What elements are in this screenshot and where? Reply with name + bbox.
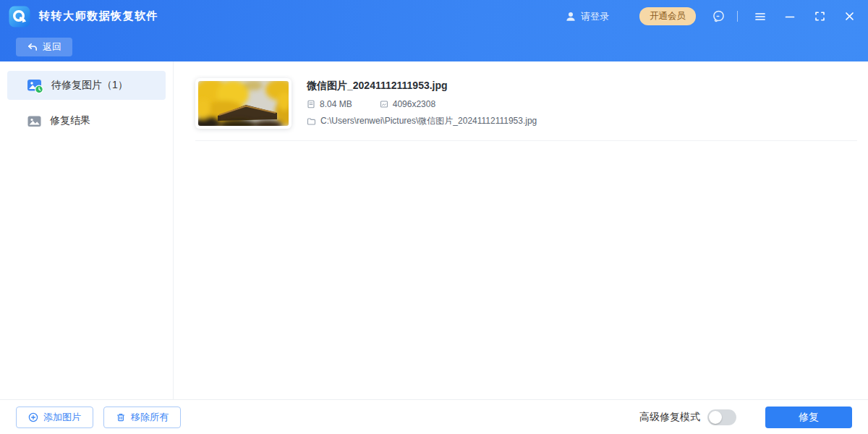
close-icon <box>843 10 856 22</box>
back-button[interactable]: 返回 <box>16 38 72 56</box>
maximize-button[interactable] <box>812 9 827 24</box>
menu-icon <box>754 10 767 23</box>
close-button[interactable] <box>842 9 856 24</box>
file-thumbnail <box>195 78 292 129</box>
sidebar-item-pending-images[interactable]: 待修复图片（1） <box>7 71 166 100</box>
maximize-icon <box>814 10 826 22</box>
folder-icon <box>307 117 316 126</box>
titlebar: 转转大师数据恢复软件 请登录 开通会员 <box>0 0 868 33</box>
subbar: 返回 <box>0 33 868 61</box>
toggle-knob <box>709 411 722 424</box>
remove-all-button[interactable]: 移除所有 <box>103 407 181 428</box>
add-images-label: 添加图片 <box>43 411 81 424</box>
repair-button[interactable]: 修复 <box>765 407 852 428</box>
advanced-mode-label: 高级修复模式 <box>639 411 700 424</box>
file-size: 8.04 MB <box>320 99 352 109</box>
main-body: 待修复图片（1） 修复结果 <box>0 61 868 399</box>
file-meta-row: 8.04 MB 4096x2308 <box>307 99 537 109</box>
repair-results-icon <box>27 114 42 129</box>
trash-icon <box>116 412 126 422</box>
login-label: 请登录 <box>581 10 609 23</box>
file-list: 微信图片_20241112111953.jpg 8.04 MB <box>174 61 868 399</box>
support-button[interactable] <box>711 9 726 24</box>
file-row[interactable]: 微信图片_20241112111953.jpg 8.04 MB <box>195 78 857 141</box>
file-path: C:\Users\renwei\Pictures\微信图片_2024111211… <box>320 115 537 127</box>
app-title: 转转大师数据恢复软件 <box>39 9 158 23</box>
app-logo-icon <box>9 6 30 27</box>
titlebar-left: 转转大师数据恢复软件 <box>9 6 158 27</box>
file-path-meta: C:\Users\renwei\Pictures\微信图片_2024111211… <box>307 115 537 127</box>
file-size-meta: 8.04 MB <box>307 99 352 109</box>
app-window: 转转大师数据恢复软件 请登录 开通会员 <box>0 0 868 434</box>
footer-right: 高级修复模式 修复 <box>639 407 852 428</box>
advanced-mode-toggle[interactable] <box>707 409 736 425</box>
sidebar-item-label: 修复结果 <box>50 114 90 127</box>
sidebar: 待修复图片（1） 修复结果 <box>0 61 174 399</box>
footer-left: 添加图片 移除所有 <box>16 407 181 428</box>
pending-images-icon <box>27 77 43 94</box>
back-arrow-icon <box>27 42 38 52</box>
remove-all-label: 移除所有 <box>131 411 169 424</box>
add-images-button[interactable]: 添加图片 <box>16 407 93 428</box>
file-name: 微信图片_20241112111953.jpg <box>307 80 537 93</box>
user-icon <box>565 11 576 22</box>
file-dimensions: 4096x2308 <box>393 99 435 109</box>
add-image-icon <box>28 412 38 422</box>
footer-bar: 添加图片 移除所有 高级修复模式 修复 <box>0 399 868 434</box>
file-size-icon <box>307 100 315 109</box>
sidebar-item-label: 待修复图片（1） <box>51 79 128 92</box>
minimize-button[interactable] <box>783 9 797 24</box>
back-label: 返回 <box>43 41 61 54</box>
sidebar-item-repair-results[interactable]: 修复结果 <box>7 106 166 135</box>
thumbnail-image <box>198 81 289 126</box>
headset-icon <box>712 9 726 23</box>
file-info: 微信图片_20241112111953.jpg 8.04 MB <box>307 78 537 129</box>
titlebar-divider <box>737 11 738 22</box>
header: 转转大师数据恢复软件 请登录 开通会员 <box>0 0 868 61</box>
vip-button[interactable]: 开通会员 <box>639 7 696 25</box>
menu-button[interactable] <box>753 9 767 24</box>
file-path-row: C:\Users\renwei\Pictures\微信图片_2024111211… <box>307 115 537 127</box>
minimize-icon <box>783 10 796 23</box>
titlebar-right: 请登录 开通会员 <box>565 7 856 25</box>
dimensions-icon <box>380 100 388 109</box>
login-button[interactable]: 请登录 <box>565 10 609 23</box>
file-dimensions-meta: 4096x2308 <box>380 99 435 109</box>
